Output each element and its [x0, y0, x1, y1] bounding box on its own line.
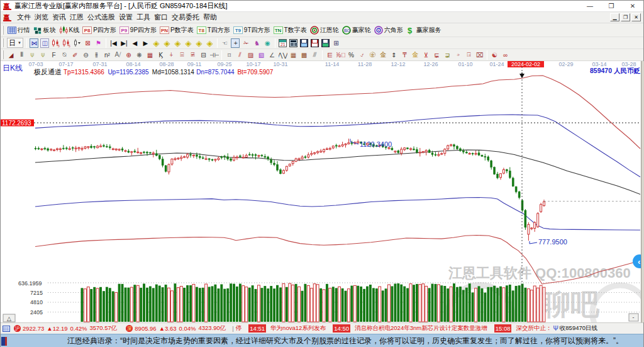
save-red-icon-part-part[interactable]: [313, 40, 317, 43]
save-red-icon-part-part[interactable]: [312, 43, 318, 47]
menu-江恩[interactable]: 江恩: [68, 12, 86, 23]
toolbar-9T四方形-button[interactable]: T99T四方形: [231, 25, 272, 37]
save-icon[interactable]: [299, 38, 308, 48]
shanghai-index-icon[interactable]: 沪: [14, 325, 21, 332]
jline-tool[interactable]: ⊻: [422, 50, 431, 60]
maximize-button[interactable]: ❐: [601, 1, 622, 11]
menu-公式选股[interactable]: 公式选股: [86, 12, 117, 23]
toolbar-赢家轮-button[interactable]: BG赢家轮: [340, 25, 372, 37]
crosshair-icon[interactable]: ＋: [231, 38, 240, 48]
percent-tool[interactable]: %: [347, 50, 356, 60]
mdi-restore-button[interactable]: ❐: [621, 13, 630, 21]
price-cluster-tool[interactable]: ⍭: [167, 50, 176, 60]
exright-tool[interactable]: ⊠: [83, 38, 92, 48]
candle-small2-tool-part-part[interactable]: [64, 41, 65, 45]
fib-fan-tool[interactable]: ⋤: [433, 50, 441, 60]
menu-设置[interactable]: 设置: [117, 12, 135, 23]
menu-窗口[interactable]: 窗口: [152, 12, 170, 23]
ray-fan-tool[interactable]: ⫽: [236, 50, 245, 60]
toolbar-行情-button[interactable]: 行情: [6, 25, 31, 37]
menu-交易委托[interactable]: 交易委托: [170, 12, 201, 23]
box-arrow-tool[interactable]: ⍈: [465, 50, 474, 60]
candle-type-dropdown-part-part[interactable]: [75, 41, 77, 45]
pen-tool[interactable]: ◢: [7, 50, 16, 60]
toolbar-grip[interactable]: [2, 50, 4, 59]
expand-panel-button-part[interactable]: △: [7, 316, 11, 322]
advance-tool[interactable]: ⍆: [454, 50, 463, 60]
gann-star-tool[interactable]: ❋: [135, 50, 144, 60]
pct3-tool[interactable]: ⍻: [358, 50, 367, 60]
circle-arrow-tool[interactable]: ⊖: [82, 50, 91, 60]
zoom-out-icon[interactable]: ◈: [162, 38, 171, 48]
users-icon[interactable]: ◉: [263, 38, 272, 48]
save-red-icon[interactable]: [310, 38, 319, 48]
zigzag-tool[interactable]: ⋀⋁: [279, 50, 287, 60]
candle-small2-tool-part-part[interactable]: 5: [69, 44, 70, 47]
news-headline[interactable]: 华为nova12系列发布: [270, 324, 326, 333]
mark-tool[interactable]: ✐: [71, 50, 80, 60]
first-bar-icon[interactable]: |◀: [109, 38, 118, 48]
minimize-button[interactable]: —: [579, 1, 601, 11]
save-net-icon-part-part[interactable]: [323, 43, 328, 47]
text-tool[interactable]: A⧸: [114, 50, 123, 60]
candle-small-tool-part-part[interactable]: [53, 41, 55, 45]
save-icon-part-part[interactable]: [301, 43, 307, 47]
zoom-in-icon[interactable]: ◈: [152, 38, 160, 48]
save-icon-part[interactable]: [300, 39, 308, 47]
toolbar-T四方形-button[interactable]: T8T四方形: [195, 25, 231, 37]
box-pair-tool[interactable]: ⌸: [178, 50, 187, 60]
grid-brown-tool[interactable]: ▦: [289, 50, 298, 60]
xbox-tool[interactable]: ⌧: [475, 50, 484, 60]
fan3-tool[interactable]: ⫻: [311, 50, 319, 60]
expand-panel-button[interactable]: △: [3, 314, 15, 322]
angle-tool[interactable]: ∠: [268, 50, 277, 60]
candle-small-tool[interactable]: 5: [51, 38, 60, 48]
stack-tool[interactable]: ⍯: [189, 50, 197, 60]
gann-box-tool[interactable]: ₸: [401, 50, 409, 60]
zoom-fit-icon[interactable]: ◈: [194, 38, 203, 48]
gann-cycle-tool[interactable]: ⍦: [28, 50, 37, 60]
infinity-tool[interactable]: ∞: [501, 50, 510, 60]
flag-tool[interactable]: ⚑: [94, 38, 103, 48]
fib-time-tool[interactable]: F: [50, 50, 58, 60]
last-bar-icon[interactable]: ▶|: [119, 38, 128, 48]
save-net-icon-part[interactable]: [321, 39, 330, 47]
zoom-v-icon[interactable]: ◈: [184, 38, 192, 48]
save-net-icon[interactable]: [321, 38, 330, 48]
collapse-sidebar-button-part[interactable]: ‹: [638, 257, 640, 266]
toolbar-P数字表-button[interactable]: PNP数字表: [158, 25, 196, 37]
toolbar-板块-button[interactable]: 板块: [31, 25, 57, 37]
candle-small-tool-part-part[interactable]: 5: [58, 44, 60, 47]
news-headline[interactable]: 深交所中止：: [516, 324, 552, 333]
speed-line-tool[interactable]: ⋥: [443, 50, 452, 60]
updown-tool[interactable]: ⇕: [390, 50, 399, 60]
mini-panel-button[interactable]: -: [629, 314, 638, 321]
mdi-minimize-button[interactable]: ▁: [610, 13, 619, 21]
kline-chart[interactable]: 江恩工具软件 QQ:100800360聊吧07-0307-1707-3108-1…: [1, 61, 641, 322]
mini-panel-button-part[interactable]: -: [633, 314, 635, 321]
next-bar-icon[interactable]: ▶: [141, 38, 150, 48]
menu-工具[interactable]: 工具: [135, 12, 152, 23]
zoom-all-icon[interactable]: ◈: [205, 38, 214, 48]
expand-tool[interactable]: ⊣⊢: [210, 50, 219, 60]
calendar-icon-part[interactable]: [279, 39, 287, 47]
toolbar-grip[interactable]: [2, 26, 4, 35]
spiral-tool[interactable]: ⍉: [60, 50, 69, 60]
pattern-icon[interactable]: ♞: [252, 38, 261, 48]
toolbar-赢家服务-button[interactable]: $赢家服务: [404, 25, 443, 37]
toolbar-T数字表-button[interactable]: TNT数字表: [272, 25, 308, 37]
news-pause-button[interactable]: 停: [236, 324, 242, 333]
zoom-h-icon[interactable]: ◈: [173, 38, 182, 48]
toolbar-P四方形-button[interactable]: P8P四方形: [81, 25, 118, 37]
news-headline[interactable]: 消息称台积电2024年3nm新芯片设计定案数量激增: [355, 324, 487, 333]
calculator-icon-part[interactable]: [289, 39, 297, 47]
yinyang-tool[interactable]: ☯: [491, 50, 499, 60]
close-button[interactable]: ✕: [622, 1, 643, 11]
toolbar-江恩轮-button[interactable]: 江恩轮: [308, 25, 340, 37]
calendar-icon[interactable]: [278, 38, 287, 48]
candle-small-tool-part[interactable]: 5: [51, 38, 60, 47]
kline-chart-part[interactable]: 江恩工具软件 QQ:100800360聊吧07-0307-1707-3108-1…: [1, 61, 641, 322]
pct-lines-tool[interactable]: ⋿: [326, 50, 335, 60]
shenzhen-index-icon[interactable]: 深: [126, 325, 133, 332]
prev-bar-icon[interactable]: ◀: [130, 38, 139, 48]
